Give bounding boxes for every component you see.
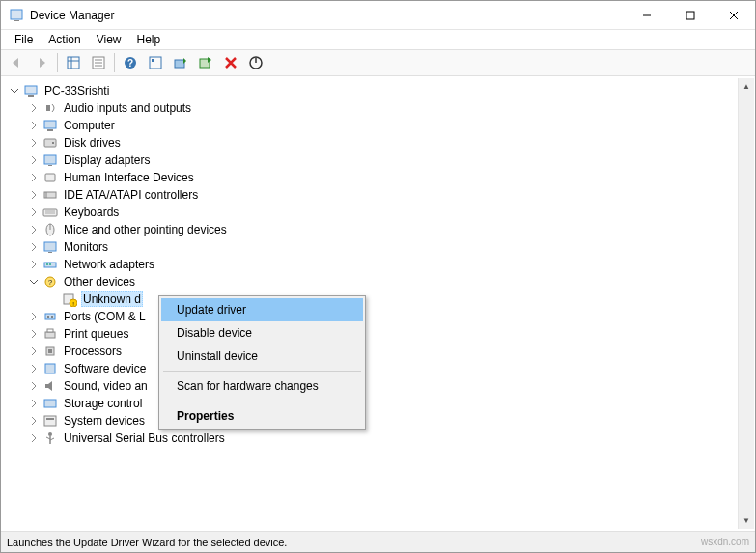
tree-category[interactable]: Monitors — [27, 238, 754, 256]
expand-icon[interactable] — [27, 310, 41, 323]
uninstall-button[interactable] — [219, 51, 242, 74]
svg-rect-1 — [14, 20, 19, 21]
expand-icon[interactable] — [27, 119, 41, 132]
tree-device-unknown[interactable]: !Unknown d — [46, 290, 754, 308]
disable-button[interactable] — [244, 51, 267, 74]
menu-action[interactable]: Action — [41, 31, 88, 48]
collapse-icon[interactable] — [27, 275, 41, 289]
close-button[interactable] — [712, 1, 755, 29]
tree-category[interactable]: Computer — [27, 117, 754, 134]
window-controls — [625, 1, 755, 29]
minimize-button[interactable] — [625, 1, 668, 29]
menu-view[interactable]: View — [89, 31, 129, 48]
collapse-icon[interactable] — [8, 84, 21, 97]
tree-category[interactable]: Storage control — [27, 395, 754, 412]
tree-category[interactable]: Software device — [27, 360, 754, 377]
unknown-device-icon: ! — [62, 291, 77, 307]
category-label[interactable]: Software device — [62, 361, 148, 376]
expand-icon[interactable] — [27, 379, 41, 393]
tree-category-other-devices[interactable]: ?Other devices — [27, 273, 754, 290]
category-label[interactable]: Network adapters — [62, 257, 156, 272]
ide-icon — [42, 187, 58, 203]
expand-icon[interactable] — [27, 240, 41, 254]
tree-category[interactable]: Disk drives — [27, 134, 754, 152]
menu-help[interactable]: Help — [129, 31, 169, 48]
tree-category[interactable]: Print queues — [27, 325, 754, 343]
category-label[interactable]: Ports (COM & L — [62, 309, 148, 324]
expand-icon[interactable] — [27, 188, 41, 202]
hid-icon — [42, 170, 58, 185]
menu-properties[interactable]: Properties — [161, 404, 363, 428]
expand-icon[interactable] — [27, 345, 41, 358]
expand-icon[interactable] — [27, 397, 41, 410]
category-label[interactable]: Audio inputs and outputs — [62, 100, 193, 116]
expand-icon[interactable] — [27, 258, 41, 271]
expand-icon[interactable] — [27, 327, 41, 341]
system-icon — [42, 413, 58, 429]
tree-category[interactable]: Mice and other pointing devices — [27, 221, 754, 238]
tree-category[interactable]: System devices — [27, 412, 754, 429]
tree-category[interactable]: Display adapters — [27, 152, 754, 169]
cpu-icon — [42, 344, 58, 359]
computer-icon — [23, 83, 39, 98]
tree-category[interactable]: IDE ATA/ATAPI controllers — [27, 186, 754, 204]
tree-category[interactable]: Sound, video an — [27, 377, 754, 395]
toolbar-button[interactable] — [144, 51, 167, 74]
svg-rect-23 — [44, 121, 56, 128]
menu-update-driver[interactable]: Update driver — [161, 298, 363, 321]
menu-file[interactable]: File — [7, 31, 41, 48]
svg-rect-50 — [45, 332, 55, 338]
root-label[interactable]: PC-33Srishti — [42, 83, 111, 98]
tree-category[interactable]: Universal Serial Bus controllers — [27, 429, 754, 447]
tree-category[interactable]: Keyboards — [27, 204, 754, 221]
scroll-down-button[interactable]: ▼ — [739, 512, 754, 529]
properties-button[interactable] — [87, 51, 110, 74]
scan-hardware-button[interactable] — [194, 51, 217, 74]
category-label[interactable]: Other devices — [62, 274, 137, 290]
tree-category[interactable]: Audio inputs and outputs — [27, 99, 754, 117]
category-label[interactable]: Storage control — [62, 396, 144, 411]
forward-button[interactable] — [30, 51, 53, 74]
maximize-button[interactable] — [668, 1, 712, 29]
category-label[interactable]: Mice and other pointing devices — [62, 222, 229, 237]
expand-icon[interactable] — [27, 206, 41, 219]
update-driver-button[interactable] — [169, 51, 192, 74]
category-label[interactable]: Print queues — [62, 326, 130, 342]
svg-point-48 — [47, 316, 49, 318]
expand-icon[interactable] — [27, 362, 41, 375]
category-label[interactable]: Human Interface Devices — [62, 170, 196, 185]
expand-icon[interactable] — [27, 171, 41, 184]
category-label[interactable]: System devices — [62, 413, 147, 429]
expand-icon[interactable] — [27, 414, 41, 428]
category-label[interactable]: Display adapters — [62, 152, 152, 168]
tree-category[interactable]: Network adapters — [27, 256, 754, 273]
expand-icon[interactable] — [27, 136, 41, 150]
menu-scan-hardware[interactable]: Scan for hardware changes — [161, 374, 363, 398]
scroll-up-button[interactable]: ▲ — [739, 78, 754, 95]
device-label[interactable]: Unknown d — [81, 291, 143, 307]
menu-disable-device[interactable]: Disable device — [161, 321, 363, 345]
expand-icon[interactable] — [27, 153, 41, 167]
category-label[interactable]: Keyboards — [62, 205, 121, 220]
category-label[interactable]: Monitors — [62, 239, 110, 255]
tree-category[interactable]: Ports (COM & L — [27, 308, 754, 325]
category-label[interactable]: IDE ATA/ATAPI controllers — [62, 187, 200, 203]
category-label[interactable]: Disk drives — [62, 135, 123, 151]
category-label[interactable]: Processors — [62, 344, 124, 359]
tree-category[interactable]: Processors — [27, 343, 754, 360]
menu-uninstall-device[interactable]: Uninstall device — [161, 345, 363, 368]
expand-icon[interactable] — [27, 101, 41, 115]
category-label[interactable]: Universal Serial Bus controllers — [62, 430, 227, 446]
tree-category[interactable]: Human Interface Devices — [27, 169, 754, 186]
help-button[interactable]: ? — [119, 51, 142, 74]
tree-root-node[interactable]: PC-33Srishti — [8, 82, 754, 99]
svg-rect-27 — [44, 155, 56, 164]
category-label[interactable]: Sound, video an — [62, 378, 150, 394]
device-tree[interactable]: PC-33Srishti Audio inputs and outputsCom… — [2, 78, 754, 529]
back-button[interactable] — [5, 51, 28, 74]
vertical-scrollbar[interactable]: ▲ ▼ — [738, 78, 754, 529]
expand-icon[interactable] — [27, 223, 41, 236]
expand-icon[interactable] — [27, 431, 41, 445]
show-hide-tree-button[interactable] — [62, 51, 85, 74]
category-label[interactable]: Computer — [62, 118, 117, 133]
